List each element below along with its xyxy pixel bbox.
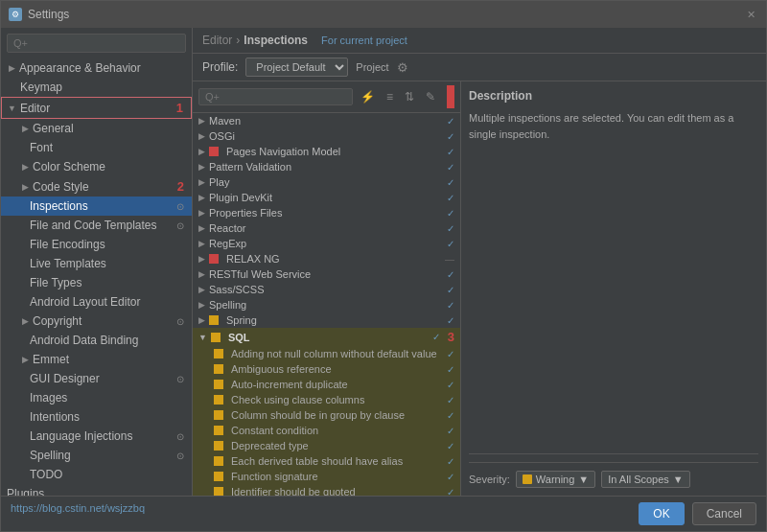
sql-item-2[interactable]: Ambiguous reference ✓ xyxy=(193,361,460,377)
inspection-group-relax-ng[interactable]: ▶ RELAX NG — xyxy=(193,251,460,266)
inspection-group-maven[interactable]: ▶ Maven ✓ xyxy=(193,113,460,128)
sidebar-item-live-templates[interactable]: Live Templates xyxy=(1,254,192,273)
arrow-icon: ▶ xyxy=(198,116,205,126)
sidebar-item-general[interactable]: ▶ General xyxy=(1,119,192,138)
inspection-group-sass[interactable]: ▶ Sass/SCSS ✓ xyxy=(193,282,460,297)
check-icon: ✓ xyxy=(447,193,454,203)
editor-number-badge: 1 xyxy=(176,101,183,115)
sidebar-item-appearance[interactable]: ▶ Appearance & Behavior xyxy=(1,58,192,78)
sidebar-item-label: Intentions xyxy=(30,410,80,424)
check-icon: ✓ xyxy=(447,300,454,311)
edit-button[interactable]: ✎ xyxy=(422,88,439,105)
sidebar-item-file-types[interactable]: File Types xyxy=(1,273,192,292)
scope-select[interactable]: In All Scopes ▼ xyxy=(601,471,689,488)
severity-select[interactable]: Warning ▼ xyxy=(516,471,595,488)
item-label: Deprecated type xyxy=(231,440,443,451)
sidebar-item-editor[interactable]: ▼ Editor 1 xyxy=(1,97,192,119)
profile-row: Profile: Project Default Project ⚙ xyxy=(193,54,766,81)
group-label: Spelling xyxy=(209,299,443,311)
item-label: Ambiguous reference xyxy=(231,363,443,375)
sidebar-item-todo[interactable]: TODO xyxy=(1,465,192,484)
filter-button[interactable]: ⚡ xyxy=(357,88,379,105)
arrow-icon: ▶ xyxy=(198,254,205,264)
check-icon: ✓ xyxy=(447,487,454,497)
sidebar-item-color-scheme[interactable]: ▶ Color Scheme xyxy=(1,157,192,176)
sql-group-label: SQL xyxy=(228,332,429,343)
sidebar-item-code-style[interactable]: ▶ Code Style 2 xyxy=(1,176,192,197)
sidebar-item-android-layout[interactable]: Android Layout Editor xyxy=(1,292,192,312)
sidebar-item-lang-injections[interactable]: Language Injections ⊙ xyxy=(1,427,192,446)
check-icon: ✓ xyxy=(447,208,454,219)
sql-item-7[interactable]: Deprecated type ✓ xyxy=(193,438,460,453)
inspection-group-pattern[interactable]: ▶ Pattern Validation ✓ xyxy=(193,159,460,174)
group-label: RELAX NG xyxy=(226,253,441,265)
sidebar-item-copyright[interactable]: ▶ Copyright ⊙ xyxy=(1,312,192,331)
sql-item-5[interactable]: Column should be in group by clause ✓ xyxy=(193,407,460,423)
sidebar-item-android-data[interactable]: Android Data Binding xyxy=(1,331,192,350)
arrow-icon: ▶ xyxy=(198,285,205,294)
profile-select[interactable]: Project Default xyxy=(245,58,348,77)
inspection-group-play[interactable]: ▶ Play ✓ xyxy=(193,174,460,190)
inspection-group-sql: ▼ SQL ✓ 3 Adding not null column without… xyxy=(193,328,460,496)
arrow-icon: ▶ xyxy=(198,208,205,218)
sidebar-item-keymap[interactable]: Keymap xyxy=(1,78,192,97)
group-label: Properties Files xyxy=(209,207,443,219)
uncheck-icon: — xyxy=(445,254,454,265)
sidebar-item-label: Plugins xyxy=(7,487,44,496)
sidebar-item-file-encodings[interactable]: File Encodings xyxy=(1,235,192,254)
sql-item-4[interactable]: Check using clause columns ✓ xyxy=(193,392,460,407)
inspection-search-input[interactable] xyxy=(198,88,353,105)
inspection-group-spelling[interactable]: ▶ Spelling ✓ xyxy=(193,297,460,312)
for-current-project-link[interactable]: For current project xyxy=(321,35,407,46)
main-content: ▶ Appearance & Behavior Keymap ▼ Editor … xyxy=(1,28,766,496)
arrow-icon: ▶ xyxy=(22,182,29,192)
inspection-group-reactor[interactable]: ▶ Reactor ✓ xyxy=(193,220,460,236)
sidebar-search-input[interactable] xyxy=(7,34,186,53)
inspection-group-pages-nav[interactable]: ▶ Pages Navigation Model ✓ xyxy=(193,144,460,159)
cancel-button[interactable]: Cancel xyxy=(692,502,756,525)
check-icon: ✓ xyxy=(447,364,454,375)
sidebar-item-images[interactable]: Images xyxy=(1,388,192,407)
inspection-group-properties[interactable]: ▶ Properties Files ✓ xyxy=(193,205,460,220)
color-dot xyxy=(214,441,223,451)
inspection-group-plugin-devkit[interactable]: ▶ Plugin DevKit ✓ xyxy=(193,190,460,205)
sidebar-item-label: Editor xyxy=(20,102,50,115)
expand-button[interactable]: ⇅ xyxy=(401,88,418,105)
ok-button[interactable]: OK xyxy=(639,502,684,525)
check-icon: ✓ xyxy=(447,441,454,451)
sidebar-item-inspections[interactable]: Inspections ⊙ xyxy=(1,197,192,216)
sidebar-item-gui-designer[interactable]: GUI Designer ⊙ xyxy=(1,369,192,388)
sidebar-item-label: Color Scheme xyxy=(33,160,105,173)
color-dot xyxy=(214,426,223,435)
sql-item-9[interactable]: Function signature ✓ xyxy=(193,469,460,484)
inspection-toolbar: ⚡ ≡ ⇅ ✎ xyxy=(193,81,460,113)
spelling-icon: ⊙ xyxy=(176,451,184,461)
sidebar-item-label: Appearance & Behavior xyxy=(19,61,141,75)
sql-item-10[interactable]: Identifier should be quoted ✓ xyxy=(193,484,460,496)
item-label: Auto-increment duplicate xyxy=(231,379,443,390)
close-button[interactable]: ✕ xyxy=(743,7,758,22)
sidebar-item-label: Code Style xyxy=(33,180,89,194)
sidebar-item-spelling[interactable]: Spelling ⊙ xyxy=(1,446,192,465)
sidebar-item-plugins[interactable]: Plugins xyxy=(1,484,192,496)
sql-item-6[interactable]: Constant condition ✓ xyxy=(193,423,460,438)
sidebar-item-font[interactable]: Font xyxy=(1,138,192,157)
sidebar-item-intentions[interactable]: Intentions xyxy=(1,407,192,427)
title-bar-right: ✕ xyxy=(743,7,758,22)
profile-gear-icon[interactable]: ⚙ xyxy=(397,60,408,75)
inspection-group-spring[interactable]: ▶ Spring ✓ xyxy=(193,312,460,328)
inspection-group-regexp[interactable]: ▶ RegExp ✓ xyxy=(193,236,460,251)
inspection-group-restful[interactable]: ▶ RESTful Web Service ✓ xyxy=(193,266,460,282)
sql-item-1[interactable]: Adding not null column without default v… xyxy=(193,346,460,361)
inspection-group-osgi[interactable]: ▶ OSGi ✓ xyxy=(193,128,460,144)
sidebar-item-file-code[interactable]: File and Code Templates ⊙ xyxy=(1,216,192,235)
collapse-button[interactable]: ≡ xyxy=(383,88,397,105)
sidebar-item-emmet[interactable]: ▶ Emmet xyxy=(1,350,192,369)
sql-item-3[interactable]: Auto-increment duplicate ✓ xyxy=(193,377,460,392)
code-style-badge: 2 xyxy=(177,179,184,194)
sql-item-8[interactable]: Each derived table should have alias ✓ xyxy=(193,453,460,469)
check-icon: ✓ xyxy=(447,239,454,249)
sql-group-header[interactable]: ▼ SQL ✓ 3 xyxy=(193,328,460,346)
help-link[interactable]: https://blog.cstin.net/wsjzzbq xyxy=(11,502,145,525)
color-dot xyxy=(214,472,223,481)
